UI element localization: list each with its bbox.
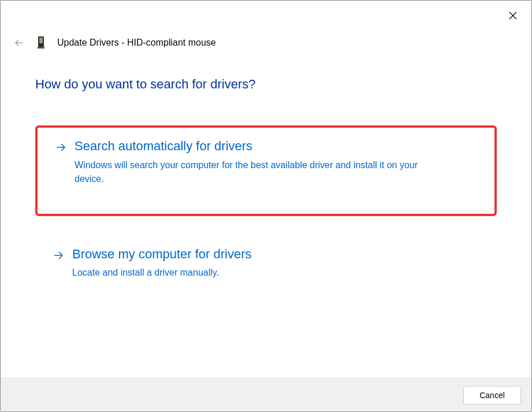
option-title: Browse my computer for drivers	[72, 246, 479, 263]
option-search-automatically[interactable]: Search automatically for drivers Windows…	[35, 125, 497, 216]
dialog-footer: Cancel	[1, 378, 531, 411]
back-button[interactable]	[13, 37, 25, 49]
dialog-title: Update Drivers - HID-compliant mouse	[57, 38, 216, 48]
dialog-heading: How do you want to search for drivers?	[35, 77, 497, 92]
option-description: Windows will search your computer for th…	[75, 158, 433, 186]
option-title: Search automatically for drivers	[75, 138, 477, 155]
back-arrow-icon	[14, 38, 24, 47]
svg-rect-5	[38, 47, 44, 49]
option-description: Locate and install a driver manually.	[72, 266, 430, 280]
dialog-header: Update Drivers - HID-compliant mouse	[13, 36, 216, 49]
svg-rect-4	[39, 38, 43, 43]
device-icon	[36, 36, 46, 49]
close-icon	[508, 11, 518, 20]
cancel-button[interactable]: Cancel	[463, 386, 521, 404]
dialog-content: How do you want to search for drivers? S…	[35, 77, 497, 314]
option-browse-computer[interactable]: Browse my computer for drivers Locate an…	[35, 235, 497, 292]
arrow-right-icon	[55, 142, 66, 153]
close-button[interactable]	[506, 9, 520, 23]
arrow-right-icon	[53, 250, 64, 261]
